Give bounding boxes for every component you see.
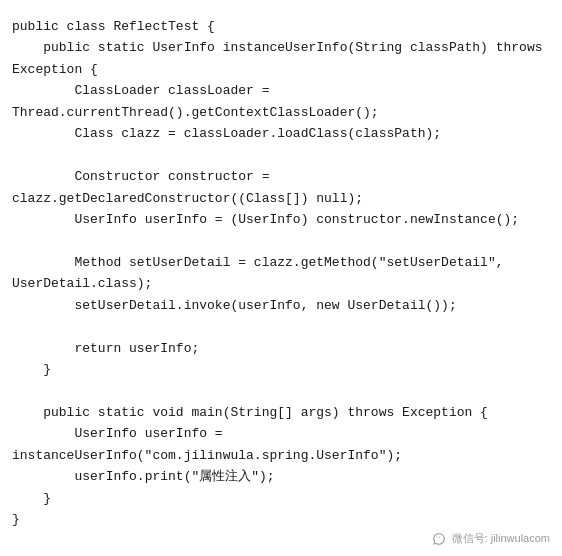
code-line: public static void main(String[] args) t… bbox=[12, 402, 550, 423]
code-line: Method setUserDetail = clazz.getMethod("… bbox=[12, 252, 550, 273]
code-line: } bbox=[12, 359, 550, 380]
code-line: UserInfo userInfo = bbox=[12, 423, 550, 444]
code-line: public class ReflectTest { bbox=[12, 16, 550, 37]
code-line bbox=[12, 145, 550, 166]
code-line bbox=[12, 316, 550, 337]
code-line: Constructor constructor = bbox=[12, 166, 550, 187]
code-line: Thread.currentThread().getContextClassLo… bbox=[12, 102, 550, 123]
watermark: 微信号: jilinwulacom bbox=[432, 531, 550, 546]
code-line: instanceUserInfo("com.jilinwula.spring.U… bbox=[12, 445, 550, 466]
code-line: } bbox=[12, 488, 550, 509]
code-block: public class ReflectTest { public static… bbox=[12, 16, 550, 531]
code-line: public static UserInfo instanceUserInfo(… bbox=[12, 37, 550, 58]
code-container: public class ReflectTest { public static… bbox=[0, 0, 562, 556]
code-line: Class clazz = classLoader.loadClass(clas… bbox=[12, 123, 550, 144]
code-line: UserDetail.class); bbox=[12, 273, 550, 294]
code-line: UserInfo userInfo = (UserInfo) construct… bbox=[12, 209, 550, 230]
code-line: Exception { bbox=[12, 59, 550, 80]
code-line: clazz.getDeclaredConstructor((Class[]) n… bbox=[12, 188, 550, 209]
code-line: ClassLoader classLoader = bbox=[12, 80, 550, 101]
watermark-text: 微信号: jilinwulacom bbox=[452, 532, 550, 544]
code-line bbox=[12, 230, 550, 251]
code-line bbox=[12, 380, 550, 401]
wechat-icon bbox=[432, 532, 446, 546]
code-line: return userInfo; bbox=[12, 338, 550, 359]
code-line: } bbox=[12, 509, 550, 530]
code-line: setUserDetail.invoke(userInfo, new UserD… bbox=[12, 295, 550, 316]
code-line: userInfo.print("属性注入"); bbox=[12, 466, 550, 487]
